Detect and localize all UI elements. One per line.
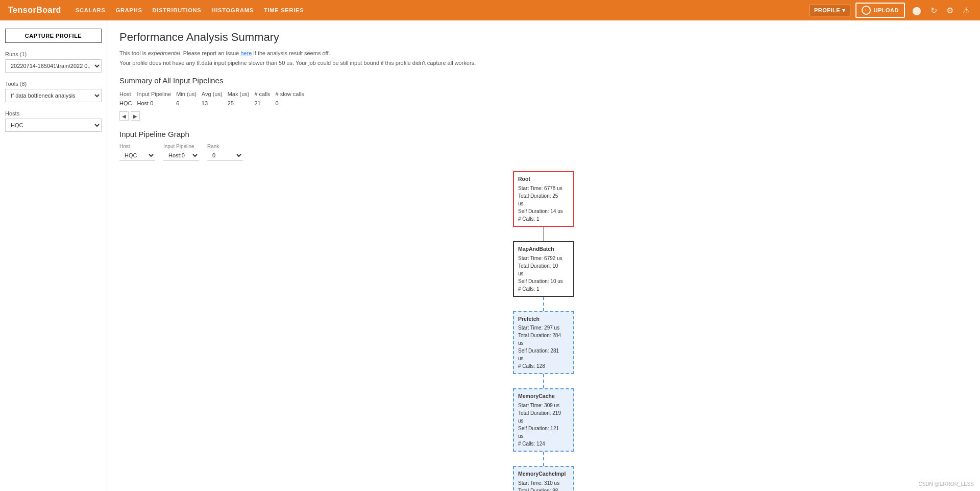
runs-select[interactable]: 20220714-165041\train\2022 0... bbox=[5, 59, 102, 73]
graph-controls: Host HQC Input Pipeline Host:0 Rank 0 bbox=[119, 144, 968, 161]
col-slow-calls: # slow calls bbox=[276, 90, 309, 99]
hosts-section: Hosts HQC bbox=[5, 110, 102, 132]
tools-select[interactable]: tf data bottleneck analysis bbox=[5, 89, 102, 102]
node-detail: Total Duration: 98 bbox=[518, 487, 569, 491]
sidebar: CAPTURE PROFILE Runs (1) 20220714-165041… bbox=[0, 20, 107, 491]
graph-node-memorycacheimpl[interactable]: MemoryCacheImplStart Time: 310 usTotal D… bbox=[513, 466, 574, 491]
node-detail: Total Duration: 10 bbox=[518, 262, 569, 270]
nav-links: SCALARS GRAPHS DISTRIBUTIONS HISTOGRAMS … bbox=[76, 7, 810, 13]
page-title: Performance Analysis Summary bbox=[119, 31, 968, 44]
node-detail: Start Time: 6778 us bbox=[518, 184, 569, 192]
node-detail: us bbox=[518, 270, 569, 277]
col-max: Max (us) bbox=[228, 90, 255, 99]
rank-control: Rank 0 bbox=[207, 144, 243, 161]
nav-scalars[interactable]: SCALARS bbox=[76, 7, 106, 13]
node-detail: # Calls: 124 bbox=[518, 440, 569, 448]
pipeline-control-select[interactable]: Host:0 bbox=[163, 150, 199, 161]
section-graph-title: Input Pipeline Graph bbox=[119, 130, 968, 138]
graph-node-memorycache[interactable]: MemoryCacheStart Time: 309 usTotal Durat… bbox=[513, 388, 574, 452]
host-control-label: Host bbox=[119, 144, 155, 149]
graph-node-root[interactable]: RootStart Time: 6778 usTotal Duration: 2… bbox=[513, 171, 574, 227]
node-detail: Start Time: 6792 us bbox=[518, 254, 569, 262]
graph-connector bbox=[543, 374, 544, 388]
table-prev-button[interactable]: ◀ bbox=[119, 111, 129, 121]
runs-section: Runs (1) 20220714-165041\train\2022 0... bbox=[5, 51, 102, 73]
table-row: HQCHost 061325210 bbox=[119, 99, 309, 107]
pipeline-table: Host Input Pipeline Min (us) Avg (us) Ma… bbox=[119, 90, 309, 107]
info-line2: Your profile does not have any tf.data i… bbox=[119, 59, 968, 67]
brand-logo: TensorBoard bbox=[8, 6, 61, 15]
nav-histograms[interactable]: HISTOGRAMS bbox=[212, 7, 254, 13]
issue-link[interactable]: here bbox=[240, 50, 252, 56]
col-input-pipeline: Input Pipeline bbox=[137, 90, 176, 99]
node-detail: us bbox=[518, 432, 569, 440]
pipeline-control: Input Pipeline Host:0 bbox=[163, 144, 199, 161]
hosts-select[interactable]: HQC bbox=[5, 119, 102, 132]
table-nav: ◀ ▶ bbox=[119, 111, 968, 121]
info-line1: This tool is experimental. Please report… bbox=[119, 49, 968, 58]
dark-mode-icon[interactable]: ⬤ bbox=[910, 5, 923, 16]
help-icon[interactable]: ⚠ bbox=[961, 5, 972, 16]
table-next-button[interactable]: ▶ bbox=[131, 111, 140, 121]
node-detail: # Calls: 1 bbox=[518, 285, 569, 293]
node-detail: us bbox=[518, 339, 569, 347]
pipeline-control-label: Input Pipeline bbox=[163, 144, 199, 149]
nav-graphs[interactable]: GRAPHS bbox=[116, 7, 142, 13]
host-control: Host HQC bbox=[119, 144, 155, 161]
node-detail: Start Time: 309 us bbox=[518, 402, 569, 409]
upload-button[interactable]: ↑ UPLOAD bbox=[855, 3, 905, 18]
node-detail: Self Duration: 14 us bbox=[518, 207, 569, 215]
node-detail: us bbox=[518, 200, 569, 207]
col-min: Min (us) bbox=[176, 90, 202, 99]
node-detail: us bbox=[518, 417, 569, 425]
tools-label: Tools (8) bbox=[5, 81, 102, 87]
chevron-down-icon: ▾ bbox=[842, 7, 846, 14]
node-detail: # Calls: 1 bbox=[518, 215, 569, 223]
col-avg: Avg (us) bbox=[202, 90, 228, 99]
profile-dropdown[interactable]: PROFILE ▾ bbox=[810, 5, 850, 16]
graph-connector bbox=[543, 452, 544, 466]
node-title: MemoryCache bbox=[518, 392, 569, 401]
col-calls: # calls bbox=[254, 90, 275, 99]
node-detail: # Calls: 128 bbox=[518, 362, 569, 370]
pipeline-graph: RootStart Time: 6778 usTotal Duration: 2… bbox=[119, 171, 968, 491]
upload-icon: ↑ bbox=[862, 6, 871, 15]
section-pipelines-title: Summary of All Input Pipelines bbox=[119, 76, 968, 85]
refresh-icon[interactable]: ↻ bbox=[928, 5, 939, 16]
node-detail: Self Duration: 281 bbox=[518, 347, 569, 355]
right-controls: PROFILE ▾ ↑ UPLOAD ⬤ ↻ ⚙ ⚠ bbox=[810, 3, 972, 18]
node-title: MapAndBatch bbox=[518, 245, 569, 253]
node-detail: us bbox=[518, 355, 569, 362]
node-title: MemoryCacheImpl bbox=[518, 470, 569, 478]
graph-node-mapandbatch[interactable]: MapAndBatchStart Time: 6792 usTotal Dura… bbox=[513, 241, 574, 297]
rank-control-label: Rank bbox=[207, 144, 243, 149]
runs-label: Runs (1) bbox=[5, 51, 102, 57]
node-detail: Self Duration: 121 bbox=[518, 425, 569, 432]
node-detail: Start Time: 297 us bbox=[518, 324, 569, 332]
graph-node-prefetch[interactable]: PrefetchStart Time: 297 usTotal Duration… bbox=[513, 311, 574, 375]
graph-connector bbox=[543, 297, 544, 311]
rank-control-select[interactable]: 0 bbox=[207, 150, 243, 161]
node-title: Prefetch bbox=[518, 315, 569, 323]
node-detail: Total Duration: 284 bbox=[518, 332, 569, 339]
main-layout: CAPTURE PROFILE Runs (1) 20220714-165041… bbox=[0, 20, 980, 491]
profile-label: PROFILE bbox=[814, 7, 840, 13]
nav-timeseries[interactable]: TIME SERIES bbox=[264, 7, 304, 13]
top-navbar: TensorBoard SCALARS GRAPHS DISTRIBUTIONS… bbox=[0, 0, 980, 20]
node-detail: Total Duration: 25 bbox=[518, 192, 569, 200]
watermark: CSDN @ERROR_LESS bbox=[918, 481, 974, 487]
node-detail: Start Time: 310 us bbox=[518, 479, 569, 487]
settings-icon[interactable]: ⚙ bbox=[944, 5, 955, 16]
node-title: Root bbox=[518, 175, 569, 183]
main-content: Performance Analysis Summary This tool i… bbox=[107, 20, 980, 491]
col-host: Host bbox=[119, 90, 137, 99]
upload-label: UPLOAD bbox=[874, 7, 899, 13]
graph-connector bbox=[543, 227, 544, 241]
host-control-select[interactable]: HQC bbox=[119, 150, 155, 161]
node-detail: Self Duration: 10 us bbox=[518, 277, 569, 285]
nav-distributions[interactable]: DISTRIBUTIONS bbox=[153, 7, 202, 13]
hosts-label: Hosts bbox=[5, 110, 102, 116]
node-detail: Total Duration: 219 bbox=[518, 409, 569, 417]
capture-profile-button[interactable]: CAPTURE PROFILE bbox=[5, 29, 102, 43]
tools-section: Tools (8) tf data bottleneck analysis bbox=[5, 81, 102, 102]
